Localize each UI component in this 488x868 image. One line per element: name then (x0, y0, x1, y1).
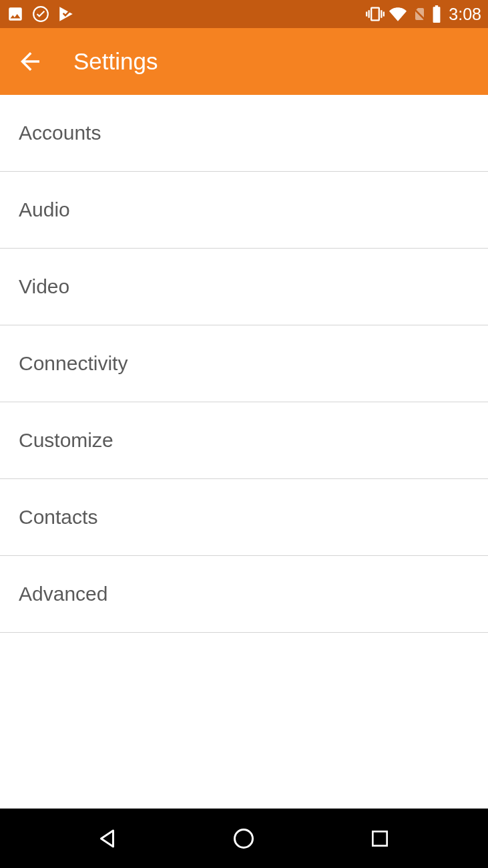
status-right: 3:08 (366, 5, 481, 24)
list-item-label: Accounts (19, 122, 101, 144)
play-check-icon (57, 5, 75, 23)
square-recent-icon (369, 828, 391, 849)
arrow-back-icon (16, 47, 44, 76)
nav-home-button[interactable] (217, 819, 270, 859)
list-item-accounts[interactable]: Accounts (0, 95, 488, 172)
nav-recent-button[interactable] (353, 819, 407, 859)
app-bar: Settings (0, 28, 488, 95)
settings-list: Accounts Audio Video Connectivity Custom… (0, 95, 488, 809)
status-bar: 3:08 (0, 0, 488, 28)
list-item-customize[interactable]: Customize (0, 402, 488, 479)
svg-point-1 (235, 829, 253, 847)
triangle-back-icon (96, 827, 120, 851)
list-item-label: Audio (19, 198, 70, 221)
check-circle-icon (32, 5, 49, 23)
back-button[interactable] (16, 43, 53, 80)
list-item-connectivity[interactable]: Connectivity (0, 325, 488, 402)
list-item-audio[interactable]: Audio (0, 172, 488, 249)
status-clock: 3:08 (449, 5, 481, 24)
vibrate-icon (366, 5, 385, 23)
navigation-bar (0, 809, 488, 868)
list-item-advanced[interactable]: Advanced (0, 556, 488, 633)
circle-home-icon (232, 827, 256, 851)
image-icon (7, 5, 24, 23)
list-item-contacts[interactable]: Contacts (0, 479, 488, 556)
page-title: Settings (73, 48, 158, 75)
no-sim-icon (411, 5, 427, 23)
wifi-icon (389, 5, 407, 23)
list-item-label: Connectivity (19, 352, 128, 375)
list-item-label: Advanced (19, 583, 107, 605)
svg-rect-2 (373, 831, 387, 845)
battery-icon (431, 5, 442, 23)
list-item-video[interactable]: Video (0, 249, 488, 325)
nav-back-button[interactable] (81, 819, 135, 859)
list-item-label: Contacts (19, 506, 97, 529)
list-item-label: Video (19, 275, 69, 298)
status-left (7, 5, 75, 23)
list-item-label: Customize (19, 429, 113, 452)
